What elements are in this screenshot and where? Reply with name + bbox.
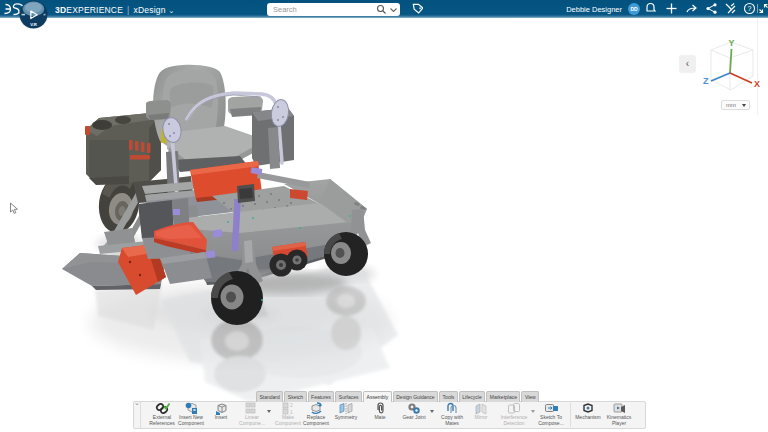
svg-text:V.R: V.R: [30, 22, 37, 27]
svg-text:1: 1: [290, 409, 293, 415]
svg-text:Z: Z: [703, 76, 709, 86]
svg-text:Y: Y: [728, 38, 734, 48]
svg-text:X: X: [754, 79, 760, 89]
svg-text:2: 2: [290, 402, 293, 408]
svg-text:?: ?: [748, 5, 752, 12]
